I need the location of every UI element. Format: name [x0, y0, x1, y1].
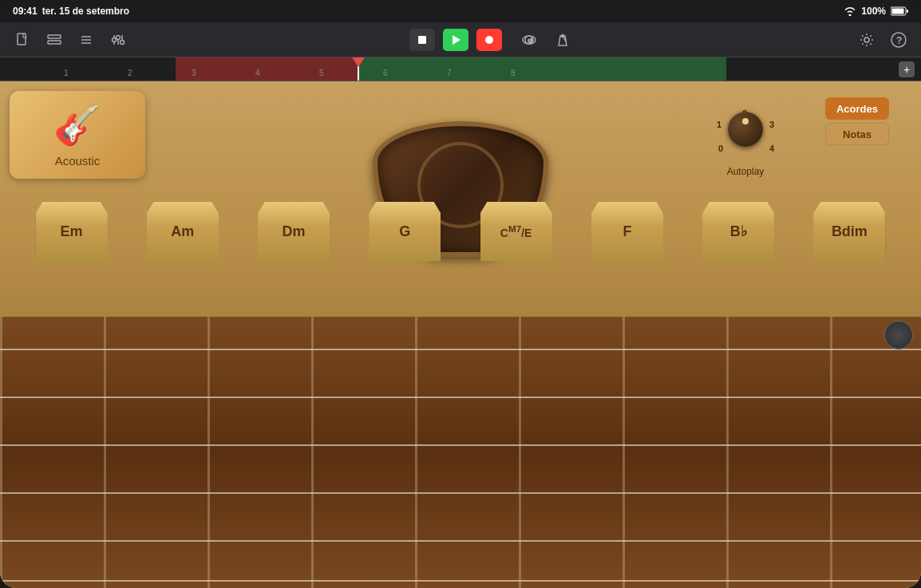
timeline-green-region [359, 57, 726, 81]
mixer-button[interactable] [105, 29, 131, 51]
wifi-icon [844, 6, 856, 16]
svg-rect-15 [418, 36, 426, 44]
scale-label-4: 4 [769, 144, 774, 153]
ruler-tick-4: 4 [255, 69, 260, 77]
fretboard[interactable] [0, 317, 921, 588]
autoplay-section: 2 1 3 0 4 Autoplay [713, 97, 777, 177]
status-time: 09:41 [13, 6, 38, 17]
fret-line-7 [726, 317, 729, 588]
chord-g-label: G [399, 223, 410, 240]
string-3 [0, 444, 921, 446]
svg-point-13 [117, 35, 121, 39]
chord-f-shape: F [591, 202, 663, 262]
record-button[interactable] [476, 29, 502, 51]
ruler-tick-6: 6 [383, 69, 388, 77]
string-6 [0, 580, 921, 582]
svg-text:↺: ↺ [528, 37, 533, 45]
status-date: ter. 15 de setembro [42, 6, 129, 17]
instrument-panel[interactable]: 🎸 Acoustic [10, 91, 145, 179]
fret-line-4 [415, 317, 417, 588]
metronome-button[interactable] [550, 29, 575, 51]
guitar-icon: 🎸 [53, 103, 101, 148]
svg-point-17 [485, 36, 493, 44]
chord-f-button[interactable]: F [587, 199, 667, 263]
string-5 [0, 540, 921, 542]
chord-bb-button[interactable]: B♭ [698, 199, 778, 263]
toolbar: ↺ [0, 22, 921, 57]
battery-percentage: 100% [861, 6, 886, 17]
fret-line-3 [311, 317, 314, 588]
fret-line-6 [623, 317, 625, 588]
svg-text:?: ? [896, 35, 902, 46]
notas-button[interactable]: Notas [825, 123, 889, 145]
home-button[interactable] [884, 321, 913, 349]
fret-line-0 [0, 317, 2, 588]
chord-g-button[interactable]: G [365, 199, 445, 263]
scale-label-1: 1 [717, 120, 721, 129]
knob-dot [742, 118, 749, 124]
string-1 [0, 349, 921, 350]
chord-am-button[interactable]: Am [143, 199, 223, 263]
chord-dm-button[interactable]: Dm [254, 199, 334, 263]
chord-am-shape: Am [147, 202, 219, 262]
loop-button[interactable]: ↺ [516, 29, 542, 51]
autoplay-knob[interactable] [728, 112, 763, 147]
chord-bdim-button[interactable]: Bdim [809, 199, 889, 263]
ruler-tick-5: 5 [319, 69, 324, 77]
fret-line-1 [104, 317, 106, 588]
svg-point-14 [121, 40, 125, 44]
chord-dm-label: Dm [283, 223, 306, 240]
ruler-tick-2: 2 [128, 69, 132, 77]
timeline[interactable]: 1 2 3 4 5 6 7 8 + [0, 57, 921, 81]
ipad-frame: 09:41 ter. 15 de setembro 100% [0, 0, 921, 588]
svg-point-21 [562, 34, 564, 37]
play-button[interactable] [443, 29, 468, 51]
svg-rect-1 [892, 9, 904, 14]
instrument-name: Acoustic [55, 154, 101, 168]
settings-button[interactable] [854, 29, 879, 51]
svg-marker-16 [453, 35, 460, 45]
status-right: 100% [844, 6, 908, 17]
fret-line-2 [208, 317, 210, 588]
chord-cm7e-button[interactable]: CM7/E [476, 199, 556, 263]
chord-bdim-shape: Bdim [813, 202, 885, 262]
toolbar-left [10, 29, 131, 51]
timeline-add-button[interactable]: + [899, 61, 915, 77]
svg-rect-5 [48, 41, 61, 44]
scale-label-0: 0 [718, 144, 723, 153]
tracks-view-button[interactable] [42, 29, 67, 51]
chord-em-shape: Em [36, 202, 108, 262]
svg-rect-3 [18, 34, 26, 45]
chord-cm7e-label: CM7/E [500, 223, 532, 239]
timeline-red-region [176, 57, 359, 81]
ruler-tick-3: 3 [192, 69, 196, 77]
acordes-button[interactable]: Acordes [825, 97, 889, 120]
battery-icon [891, 6, 908, 16]
svg-rect-2 [907, 10, 908, 13]
chord-bdim-label: Bdim [832, 223, 868, 240]
mode-buttons: Acordes Notas [825, 97, 889, 145]
main-content: 🎸 Acoustic 2 1 3 0 4 Autoplay [0, 81, 921, 588]
chord-bb-label: B♭ [730, 223, 747, 240]
chord-cm7e-shape: CM7/E [480, 202, 552, 262]
fret-line-5 [519, 317, 521, 588]
svg-rect-4 [48, 35, 61, 38]
scale-label-3: 3 [769, 120, 774, 129]
help-button[interactable]: ? [886, 29, 911, 51]
chord-em-button[interactable]: Em [32, 199, 112, 263]
status-left: 09:41 ter. 15 de setembro [13, 6, 129, 17]
chord-am-label: Am [171, 223, 194, 240]
chord-row: Em Am Dm G CM7/E [0, 199, 921, 263]
toolbar-center: ↺ [409, 29, 575, 51]
stop-button[interactable] [409, 29, 435, 51]
chord-g-shape: G [369, 202, 441, 262]
list-view-button[interactable] [73, 29, 99, 51]
svg-point-22 [864, 37, 869, 42]
autoplay-label: Autoplay [727, 166, 765, 177]
fret-line-8 [830, 317, 832, 588]
new-file-button[interactable] [10, 29, 35, 51]
svg-point-12 [113, 37, 117, 41]
chord-f-label: F [623, 223, 631, 240]
chord-em-label: Em [61, 223, 83, 240]
ruler-tick-1: 1 [64, 69, 69, 77]
